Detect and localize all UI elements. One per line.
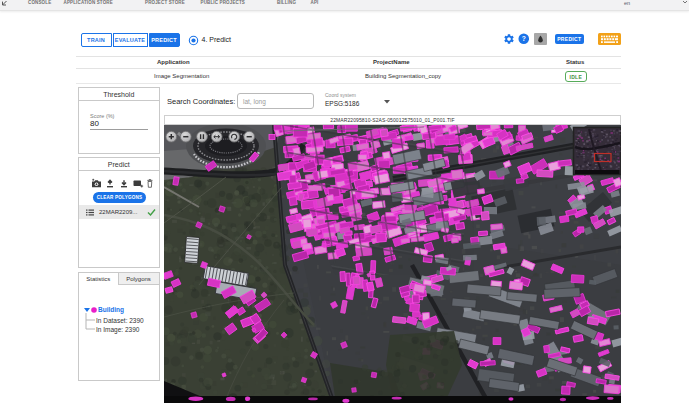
svg-text:?: ? [521,35,525,42]
